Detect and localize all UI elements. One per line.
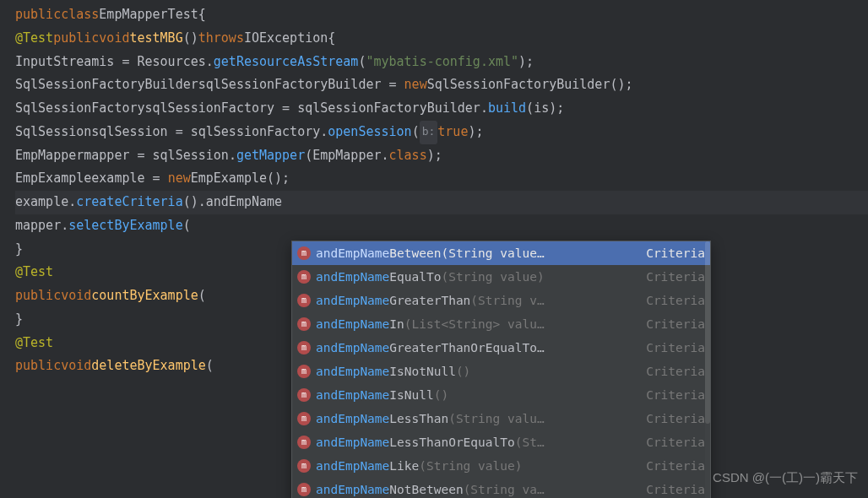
completion-match: andEmpName [316, 313, 389, 336]
keyword: throws [198, 27, 244, 51]
brace: } [15, 308, 23, 332]
class-ref: EmpExample [191, 167, 267, 191]
code-line: public class EmpMapperTest { [15, 3, 868, 27]
completion-suffix: IsNull [389, 384, 433, 407]
completion-item[interactable]: mandEmpNameIn(List<String> valu…Criteria [292, 312, 710, 336]
completion-return-type: Criteria [636, 337, 705, 360]
annotation: @Test [15, 27, 53, 51]
variable: sqlSession [91, 121, 167, 144]
completion-suffix: In [389, 313, 404, 336]
code-line: InputStream is = Resources.getResourceAs… [15, 51, 868, 74]
code-line: EmpExample example = new EmpExample(); [15, 167, 868, 191]
object-ref: mapper [15, 214, 61, 238]
method-icon: m [297, 459, 311, 473]
method-icon: m [297, 412, 311, 425]
completion-return-type: Criteria [636, 242, 705, 265]
keyword: public [15, 284, 61, 308]
scrollbar-thumb[interactable] [705, 241, 710, 424]
method-icon: m [297, 436, 311, 449]
completion-match: andEmpName [316, 479, 389, 498]
method-icon: m [297, 483, 311, 496]
type: SqlSessionFactory [15, 97, 145, 121]
completion-item[interactable]: mandEmpNameLessThan(String valu…Criteria [292, 407, 710, 430]
completion-match: andEmpName [316, 266, 389, 289]
completion-suffix: GreaterThanOrEqualTo… [389, 337, 544, 360]
object-ref: sqlSession [153, 144, 229, 168]
code-line: @Test public void testMBG() throws IOExc… [15, 27, 868, 51]
completion-return-type: Criteria [636, 266, 705, 289]
method-call: build [488, 97, 526, 121]
completion-item[interactable]: mandEmpNameBetween(String value…Criteria [292, 241, 710, 265]
watermark-text: CSDN @(一(工)一)霸天下 [713, 466, 858, 490]
keyword: public [15, 355, 61, 378]
method-call: getMapper [236, 144, 305, 168]
type: EmpMapper [15, 144, 84, 168]
completion-return-type: Criteria [636, 408, 705, 430]
variable: is [99, 51, 114, 74]
completion-params: (String value) [419, 455, 522, 478]
completion-item[interactable]: mandEmpNameLike(String value)Criteria [292, 454, 710, 478]
completion-suffix: LessThanOrEqualTo [389, 431, 514, 454]
annotation: @Test [15, 332, 53, 355]
completion-suffix: EqualTo [389, 266, 441, 289]
completion-item[interactable]: mandEmpNameLessThanOrEqualTo(St…Criteria [292, 430, 710, 454]
method-name: deleteByExample [91, 355, 205, 378]
completion-params: (String value… [441, 242, 544, 265]
completion-return-type: Criteria [636, 313, 705, 336]
exception-type: IOException [244, 27, 328, 51]
object-ref: example [15, 191, 68, 214]
completion-suffix: GreaterThan [389, 290, 470, 312]
code-line-active: example.createCriteria().andEmpName [15, 191, 868, 214]
completion-params: (St… [515, 431, 545, 454]
param-hint: b: [420, 121, 438, 144]
completion-item[interactable]: mandEmpNameIsNotNull()Criteria [292, 360, 710, 383]
completion-popup[interactable]: mandEmpNameBetween(String value…Criteria… [291, 241, 711, 498]
completion-params: (String valu… [448, 408, 545, 430]
method-icon: m [297, 317, 311, 331]
completion-item[interactable]: mandEmpNameEqualTo(String value)Criteria [292, 265, 710, 289]
completion-params: (String v… [470, 290, 544, 312]
type: EmpExample [15, 167, 91, 191]
completion-suffix: LessThan [389, 408, 448, 430]
annotation: @Test [15, 261, 53, 284]
class-name: EmpMapperTest [99, 3, 198, 27]
completion-match: andEmpName [316, 431, 389, 454]
keyword: public [15, 3, 61, 27]
completion-return-type: Criteria [636, 431, 705, 454]
type: SqlSession [15, 121, 91, 144]
string-literal: "mybatis-config.xml" [366, 51, 518, 74]
popup-scrollbar[interactable] [705, 241, 710, 498]
type: InputStream [15, 51, 99, 74]
method-call: openSession [328, 121, 411, 144]
code-line: SqlSession sqlSession = sqlSessionFactor… [15, 121, 868, 144]
method-call: getResourceAsStream [214, 51, 359, 74]
brace: { [198, 3, 206, 27]
keyword: void [61, 284, 91, 308]
completion-params: (String value) [441, 266, 544, 289]
completion-item[interactable]: mandEmpNameGreaterThan(String v…Criteria [292, 289, 710, 312]
method-name: countByExample [91, 284, 198, 308]
paren: () [183, 27, 198, 51]
keyword: public [53, 27, 99, 51]
completion-params: () [456, 360, 470, 383]
method-icon: m [297, 246, 311, 260]
completion-item[interactable]: mandEmpNameNotBetween(String va…Criteria [292, 478, 710, 498]
completion-return-type: Criteria [636, 360, 705, 383]
completion-match: andEmpName [316, 384, 389, 407]
type: SqlSessionFactoryBuilder [15, 73, 198, 97]
completion-match: andEmpName [316, 242, 389, 265]
completion-return-type: Criteria [636, 479, 705, 498]
variable: mapper [84, 144, 129, 168]
keyword: new [168, 167, 191, 191]
code-line: SqlSessionFactory sqlSessionFactory = sq… [15, 97, 868, 121]
method-icon: m [297, 365, 311, 378]
variable: example [91, 167, 144, 191]
keyword: void [61, 355, 91, 378]
completion-item[interactable]: mandEmpNameIsNull()Criteria [292, 383, 710, 407]
completion-item[interactable]: mandEmpNameGreaterThanOrEqualTo…Criteria [292, 336, 710, 360]
completion-return-type: Criteria [636, 455, 705, 478]
code-line: EmpMapper mapper = sqlSession.getMapper(… [15, 144, 868, 168]
variable: sqlSessionFactory [145, 97, 275, 121]
method-call: createCriteria [76, 191, 182, 214]
completion-return-type: Criteria [636, 384, 705, 407]
